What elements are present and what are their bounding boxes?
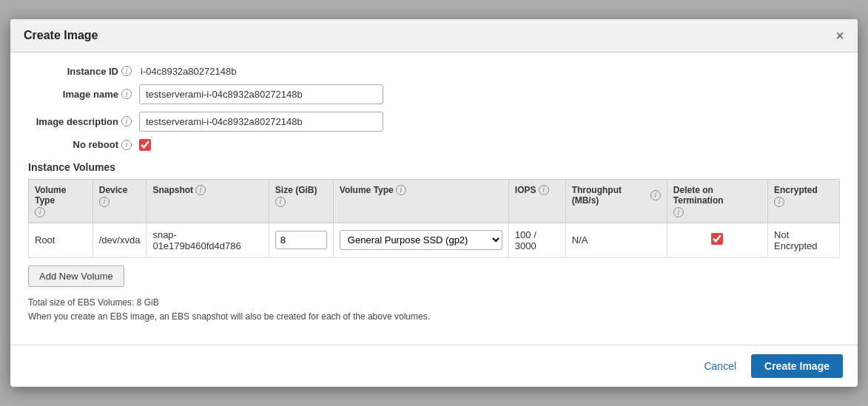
encrypted-value: Not Encrypted bbox=[774, 229, 818, 251]
image-name-input[interactable] bbox=[139, 84, 383, 104]
cell-encrypted: Not Encrypted bbox=[768, 223, 840, 257]
ebs-info-line2: When you create an EBS image, an EBS sna… bbox=[28, 310, 840, 324]
th-volume-type: Volume Type i bbox=[29, 179, 93, 223]
th-throughput: Throughput (MB/s) i bbox=[565, 179, 667, 223]
image-name-label: Image name i bbox=[28, 89, 139, 100]
volumes-table: Volume Type i Device i bbox=[28, 179, 840, 258]
image-name-info-icon[interactable]: i bbox=[121, 89, 132, 99]
th-throughput-icon[interactable]: i bbox=[650, 190, 661, 200]
image-desc-row: Image description i bbox=[28, 112, 840, 132]
th-delete-on-termination: Delete on Termination i bbox=[667, 179, 767, 223]
th-device: Device i bbox=[92, 179, 147, 223]
th-device-icon[interactable]: i bbox=[99, 197, 110, 207]
cell-iops: 100 / 3000 bbox=[508, 223, 565, 257]
instance-volumes-title: Instance Volumes bbox=[28, 161, 840, 173]
add-new-volume-button[interactable]: Add New Volume bbox=[28, 265, 124, 287]
modal-body: Instance ID i i-04c8932a80272148b Image … bbox=[10, 53, 858, 337]
instance-id-row: Instance ID i i-04c8932a80272148b bbox=[28, 66, 840, 77]
image-desc-label: Image description i bbox=[28, 116, 139, 127]
th-volume-type-icon[interactable]: i bbox=[35, 207, 45, 217]
image-name-row: Image name i bbox=[28, 84, 840, 104]
th-size-icon[interactable]: i bbox=[275, 197, 286, 207]
no-reboot-row: No reboot i bbox=[28, 139, 840, 151]
th-dot-icon[interactable]: i bbox=[673, 207, 684, 217]
cell-vol-type: General Purpose SSD (gp2) General Purpos… bbox=[333, 223, 508, 257]
create-image-modal: Create Image × Instance ID i i-04c8932a8… bbox=[10, 19, 858, 387]
cell-size bbox=[269, 223, 333, 257]
th-iops: IOPS i bbox=[508, 179, 565, 223]
th-encrypted: Encrypted i bbox=[768, 179, 840, 223]
modal-footer: Cancel Create Image bbox=[10, 345, 858, 387]
create-image-button[interactable]: Create Image bbox=[751, 354, 843, 378]
th-snapshot: Snapshot i bbox=[147, 179, 269, 223]
th-size: Size (GiB) i bbox=[269, 179, 333, 223]
instance-id-info-icon[interactable]: i bbox=[121, 66, 132, 76]
no-reboot-info-icon[interactable]: i bbox=[121, 140, 132, 150]
close-button[interactable]: × bbox=[835, 28, 844, 43]
instance-id-value: i-04c8932a80272148b bbox=[139, 66, 236, 77]
table-row: Root /dev/xvda snap-01e179b460fd4d786 Ge… bbox=[29, 223, 840, 257]
th-iops-icon[interactable]: i bbox=[539, 185, 549, 195]
th-snapshot-icon[interactable]: i bbox=[195, 185, 206, 195]
ebs-info: Total size of EBS Volumes: 8 GiB When yo… bbox=[28, 296, 840, 324]
volume-type-select[interactable]: General Purpose SSD (gp2) General Purpos… bbox=[340, 230, 502, 250]
cell-volume-type: Root bbox=[29, 223, 93, 257]
image-desc-info-icon[interactable]: i bbox=[121, 116, 132, 126]
table-header-row: Volume Type i Device i bbox=[29, 179, 840, 223]
no-reboot-checkbox[interactable] bbox=[139, 139, 151, 151]
instance-id-label: Instance ID i bbox=[28, 66, 139, 77]
cell-delete-on-termination bbox=[667, 223, 767, 257]
no-reboot-label: No reboot i bbox=[28, 139, 139, 150]
th-encrypted-icon[interactable]: i bbox=[774, 197, 784, 207]
image-desc-input[interactable] bbox=[139, 112, 383, 132]
size-input[interactable] bbox=[275, 231, 327, 249]
th-volume-type-col: Volume Type i bbox=[333, 179, 508, 223]
cell-throughput: N/A bbox=[565, 223, 667, 257]
modal-header: Create Image × bbox=[10, 19, 858, 53]
cancel-button[interactable]: Cancel bbox=[696, 356, 744, 376]
th-vol-type-col-icon[interactable]: i bbox=[396, 185, 406, 195]
delete-on-termination-checkbox[interactable] bbox=[711, 233, 723, 245]
cell-device: /dev/xvda bbox=[92, 223, 147, 257]
cell-snapshot: snap-01e179b460fd4d786 bbox=[147, 223, 269, 257]
modal-title: Create Image bbox=[24, 29, 98, 42]
ebs-info-line1: Total size of EBS Volumes: 8 GiB bbox=[28, 296, 840, 310]
